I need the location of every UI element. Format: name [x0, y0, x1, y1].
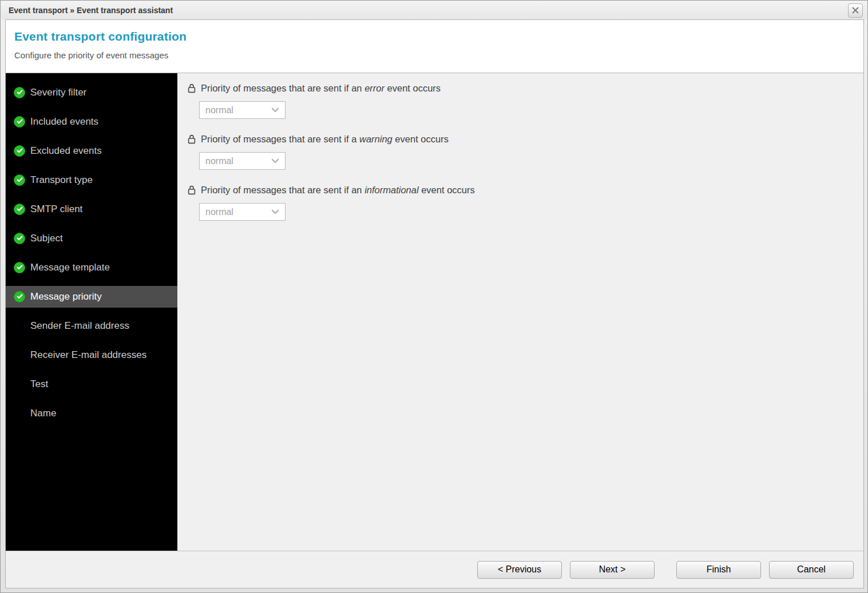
label-part: Priority of messages that are sent if an — [201, 185, 364, 195]
sidebar-item-name[interactable]: Name — [6, 399, 177, 428]
label-emphasis: error — [364, 83, 385, 93]
field-label-text: Priority of messages that are sent if an… — [201, 83, 441, 94]
message-priority-form: Priority of messages that are sent if an… — [177, 73, 863, 551]
check-icon — [14, 87, 25, 98]
lock-icon — [188, 134, 196, 144]
label-part: event occurs — [393, 134, 449, 144]
check-icon — [14, 116, 25, 128]
check-icon — [14, 204, 25, 215]
sidebar-item-label: Severity filter — [30, 87, 86, 98]
lock-icon — [188, 83, 196, 93]
select-value: normal — [205, 156, 233, 166]
wizard-footer: < Previous Next > Finish Cancel — [6, 551, 863, 588]
lock-icon — [188, 185, 196, 195]
check-icon — [14, 233, 25, 244]
close-button[interactable] — [848, 3, 863, 18]
sidebar-item-label: Name — [30, 408, 56, 419]
wizard-body: Severity filter Included events Excluded… — [6, 73, 863, 551]
chevron-down-icon — [271, 108, 279, 113]
check-icon — [14, 262, 25, 273]
sidebar-item-label: Test — [30, 379, 48, 390]
sidebar-item-included-events[interactable]: Included events — [6, 107, 177, 136]
sidebar-item-label: Excluded events — [30, 145, 102, 157]
sidebar-item-message-priority[interactable]: Message priority — [6, 286, 177, 308]
chevron-down-icon — [271, 158, 279, 164]
priority-field-warning: Priority of messages that are sent if a … — [188, 134, 863, 170]
sidebar-item-message-template[interactable]: Message template — [6, 253, 177, 282]
next-button[interactable]: Next > — [570, 561, 655, 579]
field-label: Priority of messages that are sent if a … — [188, 134, 863, 145]
sidebar-item-label: SMTP client — [30, 204, 82, 215]
sidebar-item-label: Sender E-mail address — [30, 320, 129, 332]
finish-button[interactable]: Finish — [676, 561, 761, 579]
select-value: normal — [205, 207, 233, 217]
cancel-button[interactable]: Cancel — [769, 561, 854, 579]
label-part: Priority of messages that are sent if a — [201, 134, 359, 144]
warning-priority-select[interactable]: normal — [199, 152, 286, 170]
wizard-panel: Event transport configuration Configure … — [5, 19, 864, 588]
select-value: normal — [205, 105, 233, 116]
window-title: Event transport » Event transport assist… — [9, 6, 848, 15]
label-part: event occurs — [385, 83, 441, 93]
sidebar-item-sender-email-address[interactable]: Sender E-mail address — [6, 311, 177, 340]
sidebar-item-test[interactable]: Test — [6, 369, 177, 399]
label-part: Priority of messages that are sent if an — [201, 83, 364, 93]
step-sidebar: Severity filter Included events Excluded… — [6, 73, 177, 551]
sidebar-item-label: Subject — [30, 233, 63, 244]
wizard-header: Event transport configuration Configure … — [6, 20, 863, 73]
page-title: Event transport configuration — [14, 30, 863, 43]
check-icon — [14, 291, 25, 303]
sidebar-item-excluded-events[interactable]: Excluded events — [6, 136, 177, 165]
informational-priority-select[interactable]: normal — [199, 203, 286, 221]
field-label-text: Priority of messages that are sent if a … — [201, 134, 449, 145]
priority-field-error: Priority of messages that are sent if an… — [188, 83, 863, 119]
field-label-text: Priority of messages that are sent if an… — [201, 185, 475, 196]
priority-field-informational: Priority of messages that are sent if an… — [188, 185, 863, 221]
error-priority-select[interactable]: normal — [199, 101, 286, 119]
label-part: event occurs — [419, 185, 475, 195]
previous-button[interactable]: < Previous — [477, 561, 562, 579]
label-emphasis: informational — [364, 185, 418, 195]
sidebar-item-label: Transport type — [30, 174, 93, 186]
sidebar-item-label: Receiver E-mail addresses — [30, 349, 146, 361]
sidebar-item-receiver-email-addresses[interactable]: Receiver E-mail addresses — [6, 340, 177, 369]
page-subtitle: Configure the priority of event messages — [14, 50, 863, 60]
sidebar-item-smtp-client[interactable]: SMTP client — [6, 194, 177, 224]
titlebar: Event transport » Event transport assist… — [1, 1, 867, 19]
close-icon — [851, 6, 859, 14]
check-icon — [14, 145, 25, 157]
field-label: Priority of messages that are sent if an… — [188, 185, 863, 196]
assistant-window: Event transport » Event transport assist… — [0, 0, 868, 593]
label-emphasis: warning — [359, 134, 393, 144]
field-label: Priority of messages that are sent if an… — [188, 83, 863, 94]
sidebar-item-label: Message priority — [30, 291, 102, 303]
sidebar-item-label: Included events — [30, 116, 98, 128]
sidebar-item-transport-type[interactable]: Transport type — [6, 165, 177, 194]
chevron-down-icon — [271, 209, 279, 214]
sidebar-item-label: Message template — [30, 262, 110, 273]
check-icon — [14, 174, 25, 186]
sidebar-item-subject[interactable]: Subject — [6, 224, 177, 253]
sidebar-item-severity-filter[interactable]: Severity filter — [6, 78, 177, 107]
